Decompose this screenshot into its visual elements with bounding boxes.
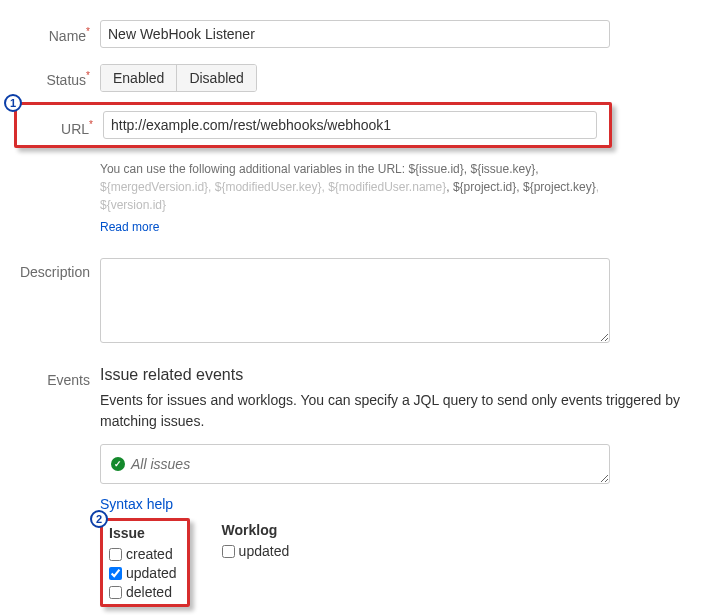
url-highlight: 1 URL*	[14, 102, 612, 148]
issue-events-highlight: 2 Issue created updated deleted	[100, 518, 190, 607]
name-input[interactable]	[100, 20, 610, 48]
status-label: Status*	[10, 64, 100, 88]
required-star: *	[86, 26, 90, 37]
worklog-updated-checkbox[interactable]: updated	[222, 543, 290, 559]
description-label: Description	[10, 258, 100, 280]
url-help-text: You can use the following additional var…	[100, 160, 610, 214]
status-toggle: Enabled Disabled	[100, 64, 257, 92]
status-disabled-button[interactable]: Disabled	[177, 65, 255, 91]
annotation-badge-1: 1	[4, 94, 22, 112]
name-label: Name*	[10, 20, 100, 44]
url-input[interactable]	[103, 111, 597, 139]
issue-deleted-checkbox[interactable]: deleted	[109, 584, 177, 600]
jql-input[interactable]: ✓ All issues	[100, 444, 610, 484]
events-section-subtitle: Events for issues and worklogs. You can …	[100, 390, 696, 432]
status-enabled-button[interactable]: Enabled	[101, 65, 177, 91]
description-textarea[interactable]	[100, 258, 610, 343]
syntax-help-link[interactable]: Syntax help	[100, 496, 173, 512]
issue-created-checkbox[interactable]: created	[109, 546, 177, 562]
required-star: *	[86, 70, 90, 81]
events-section-title: Issue related events	[100, 366, 696, 384]
read-more-link[interactable]: Read more	[100, 220, 159, 234]
jql-text: All issues	[131, 456, 190, 472]
worklog-group-title: Worklog	[222, 522, 290, 538]
events-label: Events	[10, 366, 100, 388]
issue-updated-checkbox[interactable]: updated	[109, 565, 177, 581]
url-label: URL*	[21, 113, 103, 137]
required-star: *	[89, 119, 93, 130]
issue-group-title: Issue	[109, 525, 177, 541]
check-icon: ✓	[111, 457, 125, 471]
annotation-badge-2: 2	[90, 510, 108, 528]
